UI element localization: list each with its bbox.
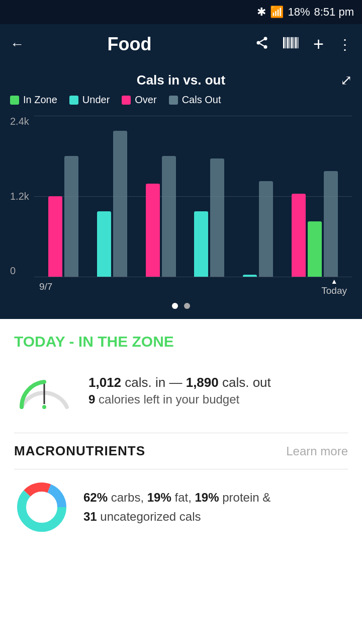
bar-under-2 — [97, 211, 111, 277]
bluetooth-icon: ✱ — [257, 6, 266, 19]
legend-calsout-label: Cals Out — [182, 94, 221, 106]
bar-calsout-5 — [259, 181, 273, 277]
wifi-icon: 📶 — [270, 6, 284, 19]
svg-line-4 — [260, 39, 264, 42]
svg-rect-12 — [298, 37, 299, 48]
cals-in-value: 1,012 — [88, 375, 121, 390]
svg-point-1 — [256, 41, 260, 44]
section-divider — [14, 433, 348, 433]
bar-calsout-today — [324, 171, 338, 277]
dot-2[interactable] — [184, 303, 190, 309]
svg-rect-9 — [291, 37, 293, 48]
today-label: TODAY - — [14, 333, 78, 350]
macro-header: MACRONUTRIENTS Learn more — [14, 443, 348, 459]
bar-chart: 2.4k 1.2k 0 — [10, 116, 352, 297]
macro-row: 62% carbs, 19% fat, 19% protein & 31 unc… — [14, 479, 348, 535]
legend-over-label: Over — [135, 94, 156, 106]
uncategorized-value: 31 — [83, 510, 97, 523]
legend-calsout: Cals Out — [169, 94, 221, 106]
svg-rect-10 — [294, 37, 295, 48]
legend-over: Over — [122, 94, 156, 106]
dot-1[interactable] — [172, 303, 178, 309]
svg-point-18 — [28, 493, 56, 521]
bar-over-1 — [48, 196, 62, 277]
y-0: 0 — [10, 265, 29, 277]
bar-under-4 — [194, 211, 208, 277]
budget-text: calories left in your budget — [99, 392, 239, 406]
bar-inzone-today — [308, 221, 322, 277]
chart-pagination — [10, 303, 352, 309]
gauge-widget — [14, 364, 74, 415]
more-menu-icon[interactable]: ⋮ — [338, 36, 352, 53]
expand-icon[interactable]: ⤢ — [340, 72, 352, 89]
add-button[interactable]: + — [313, 34, 324, 55]
zone-status: IN THE ZONE — [78, 333, 174, 350]
legend-under: Under — [69, 94, 110, 106]
legend-inzone-label: In Zone — [23, 94, 57, 106]
bar-over-today — [292, 194, 306, 277]
gauge-svg — [14, 364, 74, 415]
status-icons: ✱ 📶 18% 8:51 pm — [257, 6, 354, 19]
share-icon[interactable] — [255, 36, 269, 53]
today-label: Today — [321, 285, 347, 296]
chart-header: Cals in vs. out ⤢ — [10, 72, 352, 88]
content-section: TODAY - IN THE ZONE 1,012 cals. in — 1,8… — [0, 319, 362, 549]
donut-svg — [14, 479, 69, 535]
svg-rect-5 — [283, 37, 285, 48]
svg-rect-6 — [286, 37, 287, 48]
time-text: 8:51 pm — [314, 6, 354, 19]
bar-group-2 — [97, 131, 127, 277]
x-label-today: ▲ Today — [321, 277, 347, 296]
calsout-dot — [169, 96, 178, 105]
bar-group-5 — [243, 181, 273, 277]
y-2400: 2.4k — [10, 116, 29, 127]
fat-pct: 19% — [147, 491, 171, 504]
svg-point-2 — [263, 45, 267, 48]
top-nav: ← Food + ⋮ — [0, 24, 362, 64]
protein-pct: 19% — [195, 491, 219, 504]
macro-divider — [14, 469, 348, 469]
nav-actions: + ⋮ — [255, 34, 352, 55]
calories-left-value: 9 — [88, 392, 95, 406]
over-dot — [122, 96, 131, 105]
bar-group-1 — [48, 156, 78, 277]
y-axis: 2.4k 1.2k 0 — [10, 116, 29, 297]
legend-inzone: In Zone — [10, 94, 57, 106]
bar-group-4 — [194, 158, 224, 277]
gauge-row: 1,012 cals. in — 1,890 cals. out 9 calor… — [14, 364, 348, 415]
page-title: Food — [4, 34, 255, 55]
cals-out-value: 1,890 — [186, 375, 219, 390]
svg-point-14 — [42, 405, 47, 410]
donut-chart — [14, 479, 69, 535]
x-label-1: 9/7 — [39, 281, 52, 292]
svg-line-3 — [260, 43, 264, 46]
calorie-info: 1,012 cals. in — 1,890 cals. out 9 calor… — [88, 373, 348, 407]
carbs-pct: 62% — [83, 491, 108, 504]
y-1200: 1.2k — [10, 191, 29, 202]
bar-calsout-2 — [113, 131, 127, 277]
svg-rect-11 — [295, 37, 297, 48]
status-bar: ✱ 📶 18% 8:51 pm — [0, 0, 362, 24]
inzone-dot — [10, 96, 19, 105]
svg-rect-7 — [287, 37, 289, 48]
bar-calsout-1 — [64, 156, 78, 277]
macro-title: MACRONUTRIENTS — [14, 443, 145, 459]
battery-text: 18% — [288, 6, 310, 19]
bar-calsout-4 — [210, 158, 224, 277]
bar-over-3 — [146, 184, 160, 277]
learn-more-button[interactable]: Learn more — [286, 444, 348, 458]
svg-point-0 — [263, 37, 267, 40]
bar-group-today — [292, 171, 338, 277]
chart-title: Cals in vs. out — [137, 72, 225, 88]
cals-in-line: 1,012 cals. in — 1,890 cals. out — [88, 373, 348, 392]
macro-text: 62% carbs, 19% fat, 19% protein & 31 unc… — [83, 488, 270, 527]
chart-section: Cals in vs. out ⤢ In Zone Under Over Cal… — [0, 64, 362, 319]
bars-area — [34, 116, 352, 277]
bar-group-3 — [146, 156, 176, 277]
under-dot — [69, 96, 78, 105]
x-labels: 9/7 ▲ Today — [34, 277, 352, 297]
today-arrow-icon: ▲ — [331, 277, 338, 285]
svg-rect-8 — [290, 37, 291, 48]
bar-calsout-3 — [162, 156, 176, 277]
barcode-icon[interactable] — [283, 36, 299, 53]
